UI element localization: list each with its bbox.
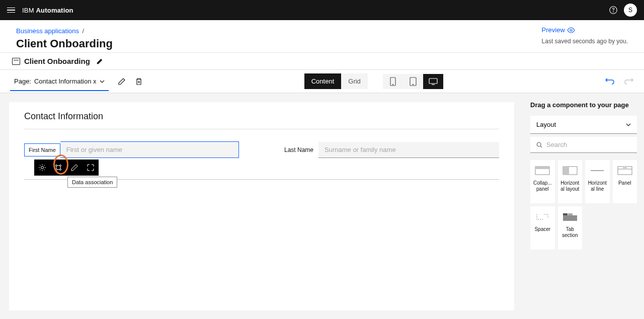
component-panel: Drag a component to your page Layout Col… — [523, 93, 644, 319]
chevron-down-icon — [100, 80, 105, 83]
svg-rect-7 — [429, 78, 437, 84]
svg-point-4 — [392, 84, 393, 85]
avatar[interactable]: S — [624, 4, 637, 17]
canvas[interactable]: Contact Information First Name Last Name — [9, 102, 514, 310]
tooltip: Data association — [67, 177, 117, 188]
last-name-input[interactable] — [318, 142, 499, 158]
svg-rect-15 — [535, 167, 549, 169]
edit-title-icon[interactable] — [96, 58, 103, 65]
undo-icon[interactable] — [605, 77, 615, 86]
svg-rect-17 — [563, 167, 569, 175]
panel-title: Drag a component to your page — [530, 101, 637, 109]
svg-point-10 — [60, 165, 61, 167]
content-tab[interactable]: Content — [304, 73, 342, 89]
svg-rect-22 — [563, 215, 577, 221]
saved-status: Last saved seconds ago by you. — [542, 38, 628, 45]
breadcrumb-link[interactable]: Business applications — [16, 27, 79, 35]
data-association-button[interactable] — [50, 160, 66, 176]
svg-point-11 — [56, 169, 57, 171]
first-name-field[interactable]: First Name — [24, 141, 239, 158]
svg-point-8 — [41, 167, 44, 169]
component-horizontal-layout[interactable]: Horizontal layout — [558, 160, 583, 203]
component-horizontal-line[interactable]: Horizontal line — [585, 160, 610, 203]
mobile-view-button[interactable] — [383, 74, 403, 89]
search-input[interactable] — [546, 141, 631, 148]
breadcrumb-sep: / — [82, 27, 84, 35]
brand-label: IBM Automation — [22, 7, 73, 14]
delete-icon[interactable] — [135, 77, 143, 86]
page-title: Client Onboarding — [16, 37, 542, 50]
help-icon[interactable] — [609, 6, 618, 15]
desktop-view-button[interactable] — [423, 74, 443, 89]
svg-point-9 — [56, 165, 57, 167]
edit-icon[interactable] — [118, 77, 126, 86]
edit-field-button[interactable] — [66, 160, 83, 176]
menu-icon[interactable] — [7, 8, 15, 13]
last-name-field[interactable]: Last Name — [284, 141, 499, 158]
grid-tab[interactable]: Grid — [341, 73, 368, 89]
page-selector[interactable]: Page: Contact Information x — [10, 71, 109, 91]
svg-point-13 — [537, 142, 541, 146]
svg-rect-23 — [563, 213, 568, 215]
tablet-view-button[interactable] — [403, 74, 423, 89]
chevron-down-icon — [626, 123, 631, 126]
svg-point-1 — [613, 12, 613, 12]
field-toolbar — [34, 160, 99, 176]
svg-point-6 — [413, 84, 414, 85]
first-name-input[interactable] — [60, 142, 238, 157]
search-box[interactable] — [530, 137, 637, 153]
svg-rect-24 — [568, 213, 573, 215]
svg-point-2 — [570, 29, 572, 31]
svg-point-12 — [60, 169, 61, 171]
component-spacer[interactable]: Spacer — [530, 206, 555, 250]
expand-button[interactable] — [83, 160, 99, 176]
sub-title: Client Onboarding — [24, 57, 90, 65]
redo-icon — [624, 77, 634, 86]
last-name-label: Last Name — [284, 146, 313, 153]
canvas-title: Contact Information — [24, 111, 499, 129]
top-header: IBM Automation S — [0, 0, 644, 20]
preview-link[interactable]: Preview — [542, 26, 628, 34]
first-name-label: First Name — [24, 143, 60, 156]
component-tab-section[interactable]: Tab section — [558, 206, 583, 250]
settings-button[interactable] — [34, 160, 50, 176]
app-icon — [12, 58, 20, 65]
component-collapsible-panel[interactable]: Collap... panel — [530, 160, 555, 203]
component-panel[interactable]: Panel — [613, 160, 637, 203]
layout-select[interactable]: Layout — [530, 116, 637, 134]
eye-icon — [567, 27, 575, 33]
search-icon — [536, 141, 542, 148]
